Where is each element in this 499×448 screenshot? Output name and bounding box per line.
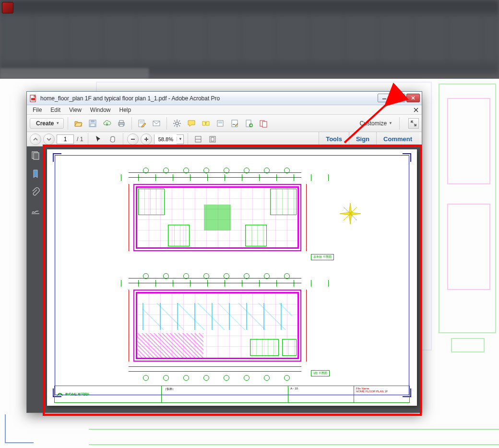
read-mode-button[interactable] — [408, 118, 419, 129]
dimension-line — [306, 184, 307, 251]
customize-label: Customize — [359, 120, 387, 127]
create-button[interactable]: Create ▼ — [30, 118, 64, 129]
dimension-line — [129, 283, 301, 283]
zoom-field[interactable]: ▼ — [154, 134, 184, 144]
edit-text-button[interactable] — [136, 117, 148, 130]
navigation-toolbar: / 1 ▼ Tools Sign Comment — [27, 132, 422, 146]
fit-page-button[interactable] — [206, 133, 219, 145]
svg-rect-3 — [397, 96, 401, 99]
sheet-number: A - 10 — [290, 387, 298, 390]
pdf-page: 基準階 平面図 — [47, 149, 417, 406]
plan-label-1f: 1階 平面図 — [311, 370, 330, 376]
dimension-line — [306, 290, 307, 362]
dimension-line — [129, 177, 301, 178]
svg-rect-13 — [91, 120, 95, 122]
svg-rect-48 — [34, 153, 39, 159]
titlebar: home_floor_plan 1F and typical floor pla… — [27, 92, 422, 105]
typical-floor-plan — [133, 184, 301, 251]
menu-window[interactable]: Window — [86, 106, 115, 114]
svg-marker-53 — [340, 212, 350, 215]
comment-bubble-button[interactable] — [185, 117, 198, 130]
page-viewport[interactable]: 基準階 平面図 — [44, 146, 422, 412]
open-button[interactable] — [72, 117, 84, 130]
zoom-in-button[interactable] — [141, 133, 152, 145]
main-toolbar: Create ▼ T Customize ▼ — [27, 115, 422, 132]
tab-comment[interactable]: Comment — [376, 132, 419, 146]
svg-rect-1 — [31, 98, 35, 100]
file-name-value: HOME FLOOR PLAN 1F — [356, 390, 407, 393]
navigation-pane — [27, 146, 44, 412]
title-block: 株式会社 池下設計 （仮称） A - 10 File Name HOME FLO… — [54, 386, 409, 403]
close-document-icon[interactable] — [412, 106, 420, 114]
svg-rect-35 — [232, 120, 238, 127]
page-up-button[interactable] — [30, 133, 41, 145]
menubar: File Edit View Window Help — [27, 105, 422, 115]
menu-help[interactable]: Help — [116, 106, 135, 114]
minimize-button[interactable] — [378, 94, 391, 102]
customize-button[interactable]: Customize ▼ — [356, 120, 395, 127]
acrobat-window: home_floor_plan 1F and typical floor pla… — [26, 91, 422, 413]
svg-rect-17 — [119, 124, 123, 126]
window-title: home_floor_plan 1F and typical floor pla… — [40, 95, 378, 102]
svg-rect-16 — [119, 121, 123, 122]
page-number-input[interactable] — [57, 134, 74, 144]
combine-button[interactable] — [257, 117, 270, 130]
dimension-line — [129, 278, 301, 278]
svg-line-29 — [179, 121, 180, 121]
menu-file[interactable]: File — [29, 106, 46, 114]
select-tool-button[interactable] — [92, 133, 105, 145]
hand-tool-button[interactable] — [107, 133, 119, 145]
project-prefix: （仮称） — [164, 387, 175, 390]
svg-line-28 — [179, 125, 180, 126]
save-button[interactable] — [86, 117, 99, 130]
company-name: 株式会社 池下設計 — [65, 392, 89, 397]
stamp-button[interactable] — [214, 117, 226, 130]
svg-rect-34 — [218, 121, 222, 123]
svg-line-27 — [174, 121, 175, 121]
dimension-line — [129, 371, 301, 372]
menu-view[interactable]: View — [65, 106, 85, 114]
document-area: 基準階 平面図 — [27, 146, 422, 412]
plan-label-typical: 基準階 平面図 — [311, 254, 334, 260]
dimension-line — [129, 290, 129, 362]
north-arrow-icon — [339, 202, 362, 225]
attachments-icon[interactable] — [29, 186, 42, 198]
fit-width-button[interactable] — [192, 133, 204, 145]
thumbnails-icon[interactable] — [29, 149, 42, 162]
grid-lines — [121, 280, 343, 287]
page-down-button[interactable] — [43, 133, 55, 145]
background-ribbon — [0, 0, 499, 77]
print-button[interactable] — [115, 117, 128, 130]
svg-line-30 — [174, 125, 175, 126]
svg-rect-14 — [90, 124, 95, 126]
cloud-button[interactable] — [101, 117, 113, 130]
dropdown-icon: ▼ — [56, 121, 59, 125]
highlight-button[interactable]: T — [200, 117, 212, 130]
close-button[interactable] — [406, 94, 420, 102]
dropdown-icon: ▼ — [389, 121, 392, 125]
maximize-button[interactable] — [392, 94, 405, 102]
zoom-out-button[interactable] — [127, 133, 139, 145]
autocad-app-icon — [2, 2, 13, 13]
dimension-line — [129, 366, 301, 367]
dropdown-icon[interactable]: ▼ — [177, 137, 183, 141]
ucs-icon — [5, 414, 34, 443]
svg-rect-46 — [211, 137, 214, 141]
bookmarks-icon[interactable] — [29, 168, 42, 180]
email-button[interactable] — [150, 117, 163, 130]
export-button[interactable] — [243, 117, 255, 130]
settings-button[interactable] — [171, 117, 183, 130]
grid-bubbles — [143, 375, 290, 381]
menu-edit[interactable]: Edit — [47, 106, 64, 114]
svg-text:T: T — [205, 121, 207, 126]
zoom-input[interactable] — [154, 134, 177, 144]
signatures-icon[interactable] — [29, 204, 42, 217]
tab-sign[interactable]: Sign — [349, 132, 376, 146]
dimension-line — [129, 184, 129, 251]
sign-doc-button[interactable] — [228, 117, 241, 130]
dimension-line — [129, 172, 301, 173]
tab-tools[interactable]: Tools — [319, 132, 349, 146]
svg-point-22 — [176, 122, 178, 125]
first-floor-plan — [133, 290, 301, 362]
background-drawing-tabs — [0, 68, 149, 79]
